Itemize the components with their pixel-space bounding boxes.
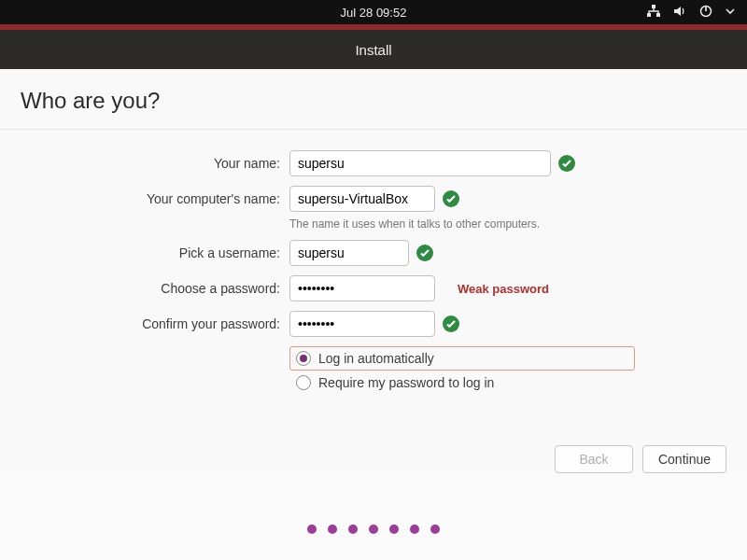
radio-icon — [296, 351, 311, 366]
computer-name-label: Your computer's name: — [0, 191, 289, 206]
login-require-password-option[interactable]: Require my password to log in — [289, 371, 747, 395]
svg-rect-1 — [656, 13, 660, 17]
window-title: Install — [355, 42, 391, 58]
back-button[interactable]: Back — [555, 445, 633, 473]
svg-rect-0 — [647, 13, 651, 17]
check-icon — [443, 190, 459, 207]
page-heading: Who are you? — [0, 69, 747, 129]
radio-icon — [296, 375, 311, 390]
volume-icon[interactable] — [672, 4, 687, 21]
password-input[interactable] — [289, 275, 435, 301]
progress-dot — [307, 525, 317, 534]
progress-dot — [389, 525, 399, 534]
progress-dot — [430, 525, 440, 534]
progress-dot — [328, 525, 337, 534]
window-titlebar: Install — [0, 30, 747, 69]
check-icon — [416, 245, 433, 261]
progress-dot — [369, 525, 378, 534]
progress-dot — [348, 525, 358, 534]
check-icon — [443, 315, 459, 332]
password-strength: Weak password — [458, 282, 549, 296]
svg-rect-2 — [652, 5, 655, 8]
name-input[interactable] — [289, 150, 551, 176]
chevron-down-icon[interactable] — [725, 6, 736, 20]
confirm-password-label: Confirm your password: — [0, 316, 289, 331]
computer-name-hint: The name it uses when it talks to other … — [289, 217, 747, 231]
login-require-password-label: Require my password to log in — [318, 375, 494, 390]
continue-button[interactable]: Continue — [642, 445, 726, 473]
login-auto-option[interactable]: Log in automatically — [289, 346, 635, 371]
computer-name-input[interactable] — [289, 186, 435, 212]
system-top-bar: Jul 28 09:52 — [0, 0, 747, 24]
user-form: Your name: Your computer's name: The nam… — [0, 130, 747, 395]
password-label: Choose a password: — [0, 281, 289, 296]
login-auto-label: Log in automatically — [318, 351, 434, 366]
clock: Jul 28 09:52 — [341, 6, 407, 20]
power-icon[interactable] — [698, 4, 713, 21]
confirm-password-input[interactable] — [289, 311, 435, 337]
network-icon[interactable] — [646, 4, 661, 21]
check-icon — [558, 155, 575, 172]
username-input[interactable] — [289, 240, 409, 266]
username-label: Pick a username: — [0, 245, 289, 260]
name-label: Your name: — [0, 156, 289, 171]
progress-dot — [410, 525, 419, 534]
progress-indicator — [307, 525, 440, 534]
